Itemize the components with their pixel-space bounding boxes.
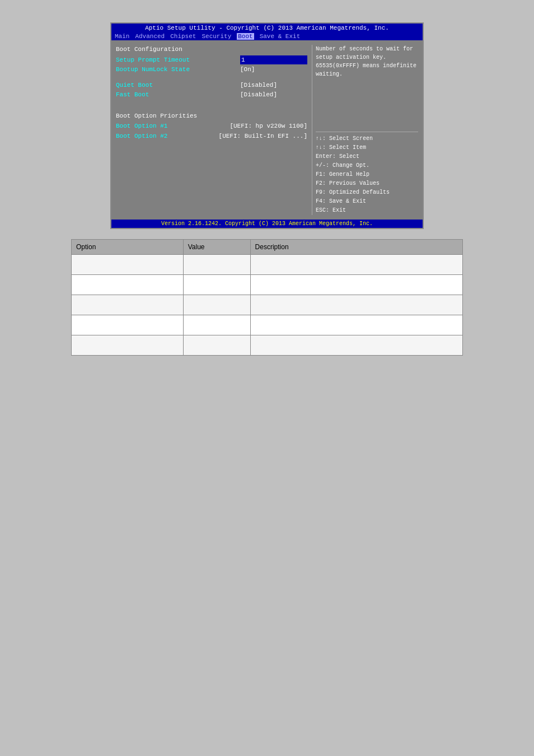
row-boot-option-2[interactable]: Boot Option #2 [UEFI: Built-In EFI ...]	[116, 132, 307, 141]
table-cell-desc-1	[250, 255, 462, 275]
table-row	[72, 295, 463, 315]
value-numlock[interactable]: [On]	[240, 65, 307, 74]
label-boot-option-1: Boot Option #1	[116, 122, 167, 131]
value-setup-prompt[interactable]: 1	[240, 55, 307, 65]
table-row	[72, 315, 463, 335]
shortcut-select-item: ↑↓: Select Item	[316, 143, 418, 152]
shortcut-f9: F9: Optimized Defaults	[316, 188, 418, 197]
section-boot-priorities: Boot Option Priorities	[116, 111, 307, 121]
value-quiet-boot[interactable]: [Disabled]	[240, 81, 307, 90]
row-setup-prompt[interactable]: Setup Prompt Timeout 1	[116, 55, 307, 65]
label-fast-boot: Fast Boot	[116, 90, 149, 100]
value-boot-option-1[interactable]: [UEFI: hp v220w 1100]	[229, 122, 307, 131]
row-boot-option-1[interactable]: Boot Option #1 [UEFI: hp v220w 1100]	[116, 122, 307, 131]
bios-right-panel: Number of seconds to wait for setup acti…	[312, 45, 418, 215]
value-boot-option-2[interactable]: [UEFI: Built-In EFI ...]	[219, 132, 307, 141]
row-quiet-boot[interactable]: Quiet Boot [Disabled]	[116, 81, 307, 90]
shortcut-change: +/-: Change Opt.	[316, 161, 418, 170]
bios-footer: Version 2.16.1242. Copyright (C) 2013 Am…	[111, 220, 423, 228]
label-setup-prompt: Setup Prompt Timeout	[116, 55, 190, 65]
table-header-row: Option Value Description	[72, 240, 463, 255]
table-cell-value-4	[183, 315, 250, 335]
bios-screen: Aptio Setup Utility - Copyright (C) 2013…	[110, 22, 424, 229]
help-text: Number of seconds to wait for setup acti…	[316, 45, 418, 127]
label-numlock: Bootup NumLock State	[116, 65, 190, 74]
table-cell-value-1	[183, 255, 250, 275]
menu-main[interactable]: Main	[115, 33, 129, 40]
table-cell-value-2	[183, 275, 250, 295]
section-boot-config: Boot Configuration	[116, 45, 307, 54]
shortcut-enter: Enter: Select	[316, 152, 418, 161]
shortcut-select-screen: ↑↓: Select Screen	[316, 134, 418, 143]
label-quiet-boot: Quiet Boot	[116, 81, 153, 90]
bios-menubar[interactable]: Main Advanced Chipset Security Boot Save…	[111, 32, 423, 40]
row-fast-boot[interactable]: Fast Boot [Disabled]	[116, 90, 307, 100]
shortcut-f4: F4: Save & Exit	[316, 197, 418, 206]
table-cell-option-1	[72, 255, 184, 275]
table-cell-desc-4	[250, 315, 462, 335]
page-wrapper: Aptio Setup Utility - Copyright (C) 2013…	[0, 0, 534, 367]
table-cell-option-5	[72, 335, 184, 356]
table-cell-option-3	[72, 295, 184, 315]
table-cell-option-2	[72, 275, 184, 295]
menu-security[interactable]: Security	[202, 33, 231, 40]
bios-body: Boot Configuration Setup Prompt Timeout …	[111, 40, 423, 220]
table-cell-value-3	[183, 295, 250, 315]
shortcut-list: ↑↓: Select Screen ↑↓: Select Item Enter:…	[316, 132, 418, 215]
menu-boot[interactable]: Boot	[237, 33, 254, 40]
bios-titlebar: Aptio Setup Utility - Copyright (C) 2013…	[111, 24, 423, 32]
menu-advanced[interactable]: Advanced	[135, 33, 165, 40]
bios-left-panel: Boot Configuration Setup Prompt Timeout …	[116, 45, 307, 215]
table-cell-value-5	[183, 335, 250, 356]
menu-chipset[interactable]: Chipset	[170, 33, 196, 40]
value-fast-boot[interactable]: [Disabled]	[240, 90, 307, 100]
table-cell-desc-3	[250, 295, 462, 315]
shortcut-esc: ESC: Exit	[316, 206, 418, 215]
col-header-description: Description	[250, 240, 462, 255]
col-header-value: Value	[183, 240, 250, 255]
table-cell-desc-2	[250, 275, 462, 295]
table-cell-option-4	[72, 315, 184, 335]
option-table: Option Value Description	[71, 239, 463, 356]
table-row	[72, 275, 463, 295]
table-row	[72, 255, 463, 275]
table-cell-desc-5	[250, 335, 462, 356]
menu-save-exit[interactable]: Save & Exit	[260, 33, 301, 40]
col-header-option: Option	[72, 240, 184, 255]
label-boot-option-2: Boot Option #2	[116, 132, 167, 141]
shortcut-f1: F1: General Help	[316, 170, 418, 179]
shortcut-f2: F2: Previous Values	[316, 179, 418, 188]
table-row	[72, 335, 463, 356]
row-numlock[interactable]: Bootup NumLock State [On]	[116, 65, 307, 74]
